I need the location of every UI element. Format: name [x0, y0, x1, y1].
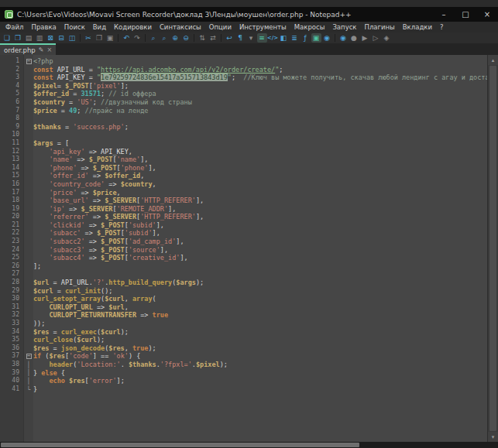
line-number[interactable]: 38 [0, 361, 23, 369]
code-line[interactable]: $args = [ [33, 139, 487, 148]
menu-item-вид[interactable]: Вид [89, 22, 110, 32]
fold-collapse-icon[interactable]: − [24, 57, 33, 66]
line-number[interactable]: 26 [0, 262, 23, 271]
code-line[interactable]: 'clickid' => $_POST['subid'], [33, 221, 487, 230]
document-map-icon[interactable]: ◧ [279, 33, 289, 43]
open-file-icon[interactable]: ❐ [13, 33, 23, 43]
code-line[interactable]: 'subacc' => $_POST['subid'], [33, 229, 487, 238]
code-line[interactable]: $country = 'US'; //двузначный код страны [33, 98, 487, 107]
maximize-button[interactable]: □ [455, 7, 476, 22]
title-bar[interactable]: C:\Users\Evo\Videos\Movavi Screen Record… [0, 7, 498, 22]
code-line[interactable]: ]; [33, 262, 487, 271]
line-number[interactable]: 36 [0, 344, 23, 353]
line-number[interactable]: 35 [0, 336, 23, 344]
code-area[interactable]: <?phpconst API_URL = "https://api.adcomb… [33, 55, 487, 442]
tab-order-php[interactable]: order.php ✎ × [0, 43, 56, 55]
line-number[interactable]: 41 [0, 385, 23, 394]
line-number[interactable]: 31 [0, 303, 23, 312]
show-all-characters-icon[interactable]: ¶ [235, 33, 246, 43]
menu-item-файл[interactable]: Файл [2, 22, 27, 32]
horizontal-scrollbar[interactable] [0, 442, 498, 448]
function-list-icon[interactable]: ƒ [301, 33, 311, 43]
replace-icon[interactable]: ⌕ [160, 33, 170, 43]
line-number[interactable]: 30 [0, 295, 23, 303]
monitoring-icon[interactable]: ◉ [322, 33, 332, 43]
code-line[interactable]: 'subacc2' => $_POST['ad_camp_id'], [33, 238, 487, 246]
macro-save-icon[interactable]: ◈ [382, 33, 392, 43]
macro-stop-icon[interactable]: ● [349, 33, 359, 43]
line-number[interactable]: 1 [0, 57, 23, 66]
line-number[interactable]: 20 [0, 213, 23, 221]
line-number[interactable]: 10 [0, 131, 23, 139]
code-line[interactable]: $pixel= $_POST['pixel']; [33, 82, 487, 91]
menu-item-поиск[interactable]: Поиск [60, 22, 89, 32]
code-line[interactable]: 'ip' => $_SERVER['REMOTE_ADDR'], [33, 205, 487, 214]
line-number[interactable]: 21 [0, 221, 23, 230]
code-line[interactable]: $url = API_URL.'?'.http_build_query($arg… [33, 279, 487, 287]
line-number[interactable]: 6 [0, 98, 23, 107]
menu-item-запуск[interactable]: Запуск [328, 22, 360, 32]
menu-item-плагины[interactable]: Плагины [360, 22, 398, 32]
line-number[interactable]: 13 [0, 156, 23, 164]
macro-play-icon[interactable]: ▶ [360, 33, 370, 43]
code-line[interactable]: $thanks = 'success.php'; [33, 123, 487, 132]
line-number[interactable]: 5 [0, 90, 23, 98]
close-button[interactable]: × [476, 7, 498, 22]
code-line[interactable]: echo $res['error']; [33, 377, 487, 385]
code-line[interactable]: $res = json_decode($res, true); [33, 344, 487, 353]
code-line[interactable] [33, 115, 487, 123]
menu-item-опции[interactable]: Опции [205, 22, 235, 32]
copy-icon[interactable]: ❐ [94, 33, 105, 43]
code-line[interactable] [33, 131, 487, 139]
code-line[interactable]: 'subacc3' => $_POST['source'], [33, 246, 487, 255]
zoom-out-icon[interactable]: ⊖ [181, 33, 191, 43]
menu-item-синтаксисы[interactable]: Синтаксисы [156, 22, 205, 32]
code-line[interactable]: CURLOPT_URL => $url, [33, 303, 487, 312]
code-line[interactable]: 'subacc4' => $_POST['creative_id'], [33, 254, 487, 262]
line-number[interactable]: 9 [0, 123, 23, 132]
line-number[interactable]: 32 [0, 311, 23, 320]
line-number[interactable]: 14 [0, 164, 23, 173]
close-all-icon[interactable]: ⊟ [57, 33, 67, 43]
line-number[interactable]: 29 [0, 287, 23, 296]
code-line[interactable]: <?php [33, 57, 487, 66]
folder-panel-icon[interactable]: ▣ [311, 33, 321, 43]
paste-icon[interactable]: ▣ [105, 33, 115, 43]
code-line[interactable]: header('Location:'. $thanks.'?fpxl='.$pi… [33, 361, 487, 369]
code-line[interactable]: curl_setopt_array($curl, array( [33, 295, 487, 303]
line-number[interactable]: 12 [0, 148, 23, 156]
code-line[interactable]: 'api_key' => API_KEY, [33, 148, 487, 156]
macro-run-multiple-icon[interactable]: ▷ [371, 33, 381, 43]
line-number[interactable]: 17 [0, 189, 23, 197]
menu-item-макросы[interactable]: Макросы [290, 22, 329, 32]
menu-item-кодировки[interactable]: Кодировки [110, 22, 156, 32]
code-line[interactable]: const API_KEY = "1e79259724836e15417a515… [33, 74, 487, 82]
line-number[interactable]: 8 [0, 115, 23, 123]
code-line[interactable]: 'offer_id' => $offer_id, [33, 172, 487, 180]
sync-vertical-scroll-icon[interactable]: ⇅ [197, 33, 208, 43]
tab-close-icon[interactable]: × [46, 46, 52, 53]
line-number[interactable]: 33 [0, 320, 23, 328]
sync-horizontal-scroll-icon[interactable]: ⇄ [208, 33, 218, 43]
line-number[interactable]: 24 [0, 246, 23, 255]
code-line[interactable]: } [33, 385, 487, 394]
code-line[interactable]: 'name' => $_POST['name'], [33, 156, 487, 164]
line-number[interactable]: 40 [0, 377, 23, 385]
find-icon[interactable]: ⌕ [149, 33, 159, 43]
code-line[interactable]: CURLOPT_RETURNTRANSFER => true [33, 311, 487, 320]
dropdown-arrow-icon[interactable]: ▾ [246, 33, 256, 43]
line-number[interactable]: 27 [0, 270, 23, 279]
line-number[interactable]: 25 [0, 254, 23, 262]
save-all-icon[interactable]: ▥ [35, 33, 45, 43]
line-number[interactable]: 4 [0, 82, 23, 91]
new-file-icon[interactable]: ❏ [2, 33, 12, 43]
macro-record-icon[interactable]: ◉ [338, 33, 349, 43]
word-wrap-icon[interactable]: ↩ [225, 33, 235, 43]
code-line[interactable]: 'country_code' => $country, [33, 180, 487, 189]
menu-item-инструменты[interactable]: Инструменты [235, 22, 290, 32]
zoom-in-icon[interactable]: ⊕ [170, 33, 180, 43]
line-number[interactable]: 15 [0, 172, 23, 180]
menu-item-правка[interactable]: Правка [27, 22, 60, 32]
code-editor[interactable]: 1234567891011121314151617181920212223242… [0, 55, 498, 442]
line-number[interactable]: 39 [0, 369, 23, 378]
